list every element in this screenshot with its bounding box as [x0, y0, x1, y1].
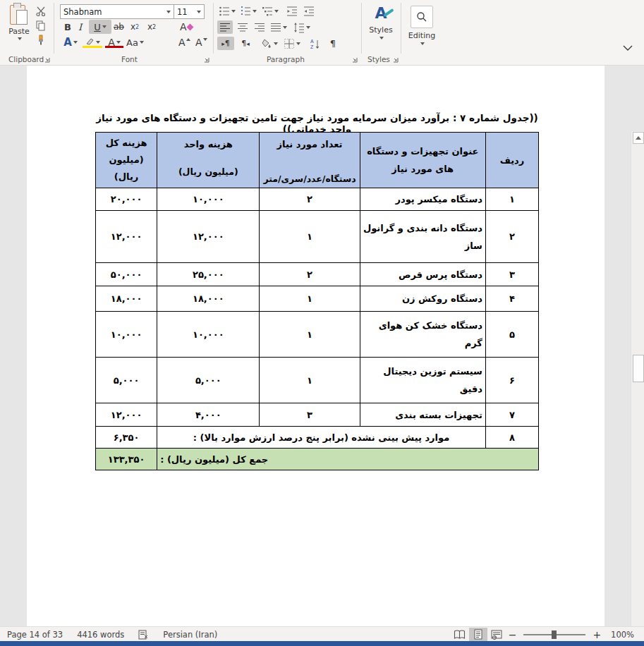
align-center-button[interactable]	[236, 20, 250, 34]
row-no-cell[interactable]: ۱	[485, 188, 538, 211]
proofing-status[interactable]	[131, 630, 156, 640]
qty-cell[interactable]: ۲	[260, 188, 360, 211]
clear-formatting-button[interactable]: A	[178, 20, 195, 34]
unit-cost-cell[interactable]: ۴,۰۰۰	[157, 403, 260, 427]
document-page[interactable]: ((جدول شماره ۷ : برآورد میزان سرمایه مور…	[27, 66, 604, 626]
clipboard-dialog-launcher[interactable]	[44, 56, 51, 63]
unforeseen-label-cell[interactable]: موارد پیش بینی نشده (برابر پنج درصد ارزش…	[157, 427, 486, 449]
header-total-cost[interactable]: هزینه کل (میلیون ریال)	[96, 133, 157, 188]
ltr-direction-button[interactable]: ▸¶	[217, 37, 234, 50]
page-indicator[interactable]: Page 14 of 33	[0, 630, 70, 640]
item-cell[interactable]: دستگاه روکش زن	[360, 286, 485, 312]
vertical-scrollbar[interactable]	[631, 131, 644, 646]
qty-cell[interactable]: ۱	[260, 211, 360, 263]
collapse-ribbon-button[interactable]	[623, 45, 633, 51]
superscript-button[interactable]: x2	[145, 20, 158, 34]
grow-font-button[interactable]: A	[176, 35, 193, 49]
zoom-out-button[interactable]: −	[506, 629, 520, 640]
zoom-in-button[interactable]: +	[590, 629, 604, 640]
zoom-slider-thumb[interactable]	[552, 630, 557, 639]
unit-cost-cell[interactable]: ۲۵,۰۰۰	[157, 263, 260, 286]
qty-cell[interactable]: ۱	[260, 312, 360, 358]
styles-dialog-launcher[interactable]	[392, 56, 399, 63]
rtl-direction-button[interactable]: ¶◂	[237, 37, 254, 50]
paste-button[interactable]: Paste	[6, 4, 32, 50]
cut-button[interactable]	[34, 5, 48, 18]
bold-button[interactable]: B	[62, 20, 73, 34]
unit-cost-cell[interactable]: ۱۸,۰۰۰	[157, 286, 260, 312]
row-no-cell[interactable]: ۲	[485, 211, 538, 263]
highlight-button[interactable]	[80, 35, 104, 49]
font-color-button[interactable]: A	[103, 35, 126, 49]
copy-button[interactable]	[34, 19, 48, 32]
scrollbar-thumb[interactable]	[633, 355, 644, 382]
unit-cost-cell[interactable]: ۵,۰۰۰	[157, 358, 260, 403]
zoom-level[interactable]: 100%	[604, 630, 644, 640]
sort-button[interactable]: AZ	[308, 37, 323, 50]
align-left-button[interactable]	[217, 20, 233, 34]
web-layout-button[interactable]	[487, 628, 506, 641]
total-cost-cell[interactable]: ۲۰,۰۰۰	[96, 188, 157, 211]
item-cell[interactable]: دستگاه پرس قرص	[360, 263, 485, 286]
total-cost-cell[interactable]: ۱۲,۰۰۰	[96, 403, 157, 427]
total-cost-cell[interactable]: ۶,۳۵۰	[96, 427, 157, 449]
total-cost-cell[interactable]: ۵,۰۰۰	[96, 358, 157, 403]
item-cell[interactable]: دستگاه خشک کن هوای گرم	[360, 312, 485, 358]
shrink-font-button[interactable]: A	[193, 35, 209, 49]
borders-button[interactable]	[282, 37, 302, 50]
header-qty[interactable]: تعداد مورد نیازدستگاه/عدد/سری/متر	[260, 133, 360, 188]
justify-button[interactable]	[269, 20, 288, 34]
item-cell[interactable]: دستگاه دانه بندی و گرانول ساز	[360, 211, 485, 263]
qty-cell[interactable]: ۱	[260, 286, 360, 312]
text-effects-button[interactable]: A	[59, 35, 82, 49]
item-cell[interactable]: دستگاه میکسر پودر	[360, 188, 485, 211]
row-no-cell[interactable]: ۴	[485, 286, 538, 312]
row-no-cell[interactable]: ۶	[485, 358, 538, 403]
decrease-indent-button[interactable]	[285, 5, 299, 18]
unit-cost-cell[interactable]: ۱۰,۰۰۰	[157, 188, 260, 211]
unit-cost-cell[interactable]: ۱۲,۰۰۰	[157, 211, 260, 263]
total-cost-cell[interactable]: ۵۰,۰۰۰	[96, 263, 157, 286]
header-item[interactable]: عنوان تجهیزات و دستگاه های مورد نیاز	[360, 133, 485, 188]
line-spacing-button[interactable]	[292, 20, 312, 34]
item-cell[interactable]: سیستم توزین دیجیتال دقیق	[360, 358, 485, 403]
row-no-cell[interactable]: ۳	[485, 263, 538, 286]
font-name-combo[interactable]: Shabnam	[60, 4, 174, 19]
align-right-button[interactable]	[253, 20, 267, 34]
language-indicator[interactable]: Persian (Iran)	[156, 630, 224, 640]
qty-cell[interactable]: ۲	[260, 263, 360, 286]
total-cost-cell[interactable]: ۱۰,۰۰۰	[96, 312, 157, 358]
increase-indent-button[interactable]	[302, 5, 316, 18]
styles-button[interactable]: StylesA Styles	[366, 6, 396, 39]
subscript-button[interactable]: x2	[128, 20, 141, 34]
paragraph-dialog-launcher[interactable]	[351, 56, 358, 63]
row-no-cell[interactable]: ۸	[485, 427, 538, 449]
show-hide-pilcrow-button[interactable]: ¶	[326, 37, 340, 50]
row-no-cell[interactable]: ۷	[485, 403, 538, 427]
zoom-slider[interactable]	[523, 634, 585, 635]
row-no-cell[interactable]: ۵	[485, 312, 538, 358]
font-size-combo[interactable]: 11	[174, 4, 205, 19]
item-cell[interactable]: تجهیزات بسته بندی	[360, 403, 485, 427]
numbered-list-button[interactable]	[240, 5, 257, 18]
format-painter-button[interactable]	[34, 34, 48, 47]
scroll-up-button[interactable]	[633, 132, 644, 144]
header-row-no[interactable]: ردیف	[485, 133, 538, 188]
bullet-list-button[interactable]	[219, 5, 236, 18]
editing-button[interactable]: Editing	[406, 6, 437, 45]
total-cost-cell[interactable]: ۱۸,۰۰۰	[96, 286, 157, 312]
shading-button[interactable]	[260, 37, 279, 50]
qty-cell[interactable]: ۳	[260, 403, 360, 427]
header-unit-cost[interactable]: هزینه واحد(میلیون ریال)	[157, 133, 260, 188]
font-dialog-launcher[interactable]	[203, 56, 210, 63]
word-count[interactable]: 4416 words	[70, 630, 131, 640]
underline-button[interactable]: U	[89, 20, 111, 34]
italic-button[interactable]: I	[76, 20, 84, 34]
unit-cost-cell[interactable]: ۱۰,۰۰۰	[157, 312, 260, 358]
total-cost-cell[interactable]: ۱۲,۰۰۰	[96, 211, 157, 263]
strikethrough-button[interactable]: ab	[111, 20, 126, 34]
grand-total-label-cell[interactable]: جمع کل (میلیون ریال) :	[157, 449, 539, 470]
qty-cell[interactable]: ۱	[260, 358, 360, 403]
change-case-button[interactable]: Aa	[124, 35, 146, 49]
grand-total-value-cell[interactable]: ۱۳۳,۳۵۰	[96, 449, 157, 470]
